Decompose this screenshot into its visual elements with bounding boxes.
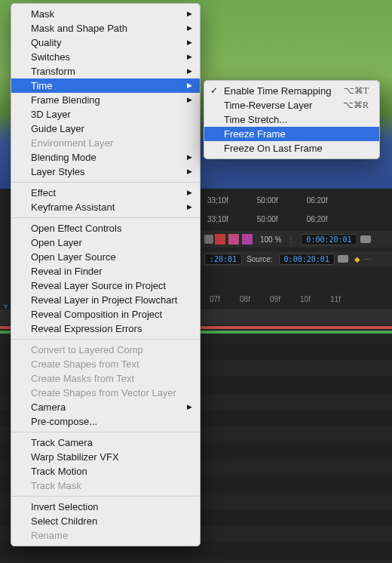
source-label: Source:	[247, 255, 272, 263]
submenu-label: Time-Reverse Layer	[224, 100, 312, 111]
menu-item-effect[interactable]: Effect	[11, 186, 200, 200]
label-swatch-red[interactable]	[215, 234, 225, 245]
expand-icon[interactable]: ⋮	[287, 235, 295, 244]
menu-item-open-layer[interactable]: Open Layer	[11, 235, 200, 250]
menu-separator	[11, 217, 200, 218]
frame-ruler[interactable]: 07f 08f 09f 10f 11f	[200, 293, 392, 305]
time-submenu: Enable Time Remapping⌥⌘TTime-Reverse Lay…	[204, 80, 380, 159]
menu-item-select-children[interactable]: Select Children	[11, 514, 200, 528]
timeline-toolbar: 100 % ⋮ 0:00:20:01	[200, 231, 392, 248]
frame-tick: 11f	[320, 295, 351, 303]
shortcut-label: ⌥⌘T	[344, 85, 369, 97]
toggle-icon[interactable]	[204, 235, 213, 244]
ruler-tick: 06:20f	[307, 215, 328, 223]
menu-item-time[interactable]: Time	[11, 78, 200, 93]
menu-separator	[11, 182, 200, 183]
submenu-label: Enable Time Remapping	[224, 85, 331, 97]
frame-tick: 09f	[260, 295, 290, 303]
menu-item-layer-styles[interactable]: Layer Styles	[11, 165, 200, 179]
submenu-label: Freeze On Last Frame	[224, 143, 323, 154]
submenu-item-enable-time-remapping[interactable]: Enable Time Remapping⌥⌘T	[204, 84, 379, 98]
menu-item-mask-and-shape-path[interactable]: Mask and Shape Path	[11, 21, 200, 35]
frame-tick: 07f	[200, 295, 230, 303]
menu-separator	[11, 339, 200, 340]
submenu-label: Time Stretch...	[224, 114, 287, 125]
menu-item-mask[interactable]: Mask	[11, 7, 200, 21]
color-icon[interactable]: ◆	[354, 255, 360, 263]
menu-item-environment-layer: Environment Layer	[11, 136, 200, 150]
submenu-item-time-stretch[interactable]: Time Stretch...	[204, 112, 379, 127]
ruler-tick: 33;10f	[207, 196, 228, 205]
frame-tick: 08f	[230, 295, 260, 303]
shortcut-label: ⌥⌘R	[343, 100, 369, 111]
menu-item-camera[interactable]: Camera	[11, 400, 200, 414]
menu-item-open-effect-controls[interactable]: Open Effect Controls	[11, 221, 200, 235]
menu-item-create-shapes-from-text: Create Shapes from Text	[11, 357, 200, 371]
submenu-label: Freeze Frame	[224, 128, 286, 140]
menu-item-blending-mode[interactable]: Blending Mode	[11, 150, 200, 165]
menu-item-switches[interactable]: Switches	[11, 50, 200, 64]
label-swatch-magenta[interactable]	[242, 234, 253, 245]
ruler-tick: 50:00f	[257, 215, 278, 223]
menu-item-frame-blending[interactable]: Frame Blending	[11, 93, 200, 107]
menu-item-reveal-expression-errors[interactable]: Reveal Expression Errors	[11, 321, 200, 336]
in-time[interactable]: :20:01	[204, 254, 242, 265]
menu-item-convert-to-layered-comp: Convert to Layered Comp	[11, 343, 200, 357]
submenu-item-freeze-frame[interactable]: Freeze Frame	[204, 127, 379, 141]
menu-item-open-layer-source[interactable]: Open Layer Source	[11, 250, 200, 264]
ruler-tick: 33;10f	[207, 215, 228, 223]
ruler-tick: 06:20f	[307, 196, 328, 205]
snapshot-icon[interactable]	[360, 235, 371, 243]
menu-item-invert-selection[interactable]: Invert Selection	[11, 500, 200, 514]
menu-item-quality[interactable]: Quality	[11, 35, 200, 50]
menu-item-track-camera[interactable]: Track Camera	[11, 435, 200, 450]
time-ruler-2[interactable]: 33;10f 50:00f 06:20f	[200, 211, 392, 226]
more-icon[interactable]: ⋯	[363, 255, 371, 263]
layer-context-menu: MaskMask and Shape PathQualitySwitchesTr…	[11, 3, 201, 546]
menu-item-create-shapes-from-vector-layer: Create Shapes from Vector Layer	[11, 386, 200, 400]
menu-item-keyframe-assistant[interactable]: Keyframe Assistant	[11, 200, 200, 214]
menu-item-reveal-composition-in-project[interactable]: Reveal Composition in Project	[11, 307, 200, 321]
menu-item-warp-stabilizer-vfx[interactable]: Warp Stabilizer VFX	[11, 450, 200, 464]
submenu-item-freeze-on-last-frame[interactable]: Freeze On Last Frame	[204, 141, 379, 155]
menu-item-reveal-layer-in-project-flowchart[interactable]: Reveal Layer in Project Flowchart	[11, 293, 200, 307]
label-swatch-pink[interactable]	[228, 234, 239, 245]
camera-icon[interactable]	[338, 255, 348, 263]
menu-item-create-masks-from-text: Create Masks from Text	[11, 371, 200, 386]
menu-item-reveal-in-finder[interactable]: Reveal in Finder	[11, 264, 200, 278]
menu-item-3d-layer[interactable]: 3D Layer	[11, 107, 200, 122]
submenu-item-time-reverse-layer[interactable]: Time-Reverse Layer⌥⌘R	[204, 98, 379, 112]
ruler-tick: 50:00f	[257, 196, 278, 205]
menu-separator	[11, 496, 200, 497]
menu-item-guide-layer[interactable]: Guide Layer	[11, 122, 200, 136]
source-time[interactable]: 0:00:20:01	[279, 254, 335, 265]
menu-item-reveal-layer-source-in-project[interactable]: Reveal Layer Source in Project	[11, 278, 200, 293]
frame-tick: 10f	[290, 295, 320, 303]
menu-item-pre-compose[interactable]: Pre-compose...	[11, 414, 200, 429]
zoom-percent[interactable]: 100 %	[260, 235, 281, 244]
current-time-display[interactable]: 0:00:20:01	[301, 234, 357, 245]
source-row: :20:01 Source: 0:00:20:01 ◆ ⋯	[200, 251, 392, 266]
time-ruler-1[interactable]: 33;10f 50:00f 06:20f	[200, 192, 392, 208]
menu-item-track-motion[interactable]: Track Motion	[11, 464, 200, 478]
menu-item-rename: Rename	[11, 528, 200, 543]
menu-item-transform[interactable]: Transform	[11, 64, 200, 78]
menu-separator	[11, 432, 200, 432]
menu-item-track-mask: Track Mask	[11, 478, 200, 493]
